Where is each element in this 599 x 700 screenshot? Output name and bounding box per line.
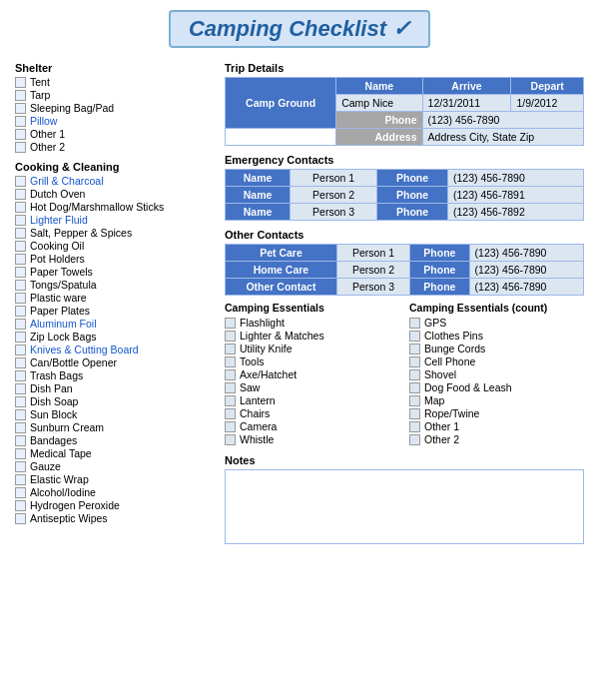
checkbox[interactable]	[409, 434, 420, 445]
checkbox[interactable]	[15, 461, 26, 472]
list-item: Plastic ware	[15, 292, 215, 304]
list-item: Dish Pan	[15, 382, 215, 394]
checkbox[interactable]	[225, 356, 236, 367]
checkbox[interactable]	[225, 331, 236, 342]
list-item: Zip Lock Bags	[15, 331, 215, 343]
table-row: Name Person 1 Phone (123) 456-7890	[226, 170, 584, 187]
item-label: Hydrogen Peroxide	[30, 499, 120, 511]
checkbox[interactable]	[15, 267, 26, 278]
checkbox[interactable]	[15, 189, 26, 200]
checkbox[interactable]	[409, 318, 420, 329]
checkbox[interactable]	[15, 202, 26, 213]
checkbox[interactable]	[409, 408, 420, 419]
cooking-title: Cooking & Cleaning	[15, 161, 215, 173]
item-label: Paper Plates	[30, 305, 90, 317]
checkbox[interactable]	[15, 448, 26, 459]
item-label: Bunge Cords	[424, 343, 485, 354]
checkbox[interactable]	[225, 382, 236, 393]
checkbox[interactable]	[15, 474, 26, 485]
contact-phone-label: Phone	[377, 170, 448, 187]
contact-name-label: Name	[226, 187, 291, 204]
checkbox[interactable]	[15, 254, 26, 265]
checkbox[interactable]	[15, 409, 26, 420]
list-item: Shovel	[409, 368, 584, 380]
page-title: Camping Checklist ✓	[189, 16, 410, 41]
list-item: Other 2	[409, 433, 584, 445]
checkbox[interactable]	[15, 241, 26, 252]
item-label: Flashlight	[240, 317, 285, 329]
checkbox[interactable]	[15, 422, 26, 433]
checkbox[interactable]	[15, 215, 26, 226]
checkbox[interactable]	[15, 280, 26, 291]
essentials-row: Camping Essentials FlashlightLighter & M…	[225, 302, 584, 446]
list-item: Aluminum Foil	[15, 318, 215, 330]
checkbox[interactable]	[409, 356, 420, 367]
contact-name-value: Person 1	[336, 245, 409, 262]
checkbox[interactable]	[225, 369, 236, 380]
list-item: Knives & Cutting Board	[15, 344, 215, 355]
checkbox[interactable]	[15, 332, 26, 343]
checkbox[interactable]	[15, 370, 26, 381]
checkbox[interactable]	[15, 142, 26, 153]
checkbox[interactable]	[409, 421, 420, 432]
item-label: Lighter & Matches	[240, 330, 324, 342]
checkbox[interactable]	[15, 383, 26, 394]
checkbox[interactable]	[225, 395, 236, 406]
list-item: Flashlight	[225, 317, 399, 329]
arrive-date: 12/31/2011	[422, 95, 511, 112]
contact-phone-label: Phone	[410, 262, 470, 279]
list-item: Dog Food & Leash	[409, 381, 584, 393]
list-item: Camera	[225, 420, 399, 432]
checkbox[interactable]	[15, 435, 26, 446]
checkbox[interactable]	[15, 116, 26, 127]
checkbox[interactable]	[15, 357, 26, 368]
camp-ground-label: Camp Ground	[226, 78, 336, 129]
list-item: Trash Bags	[15, 369, 215, 381]
item-label: Plastic ware	[30, 292, 87, 304]
checkbox[interactable]	[409, 395, 420, 406]
checkbox[interactable]	[15, 228, 26, 239]
checkbox[interactable]	[15, 306, 26, 317]
item-label: Antiseptic Wipes	[30, 512, 108, 524]
list-item: Lighter Fluid	[15, 214, 215, 226]
checkbox[interactable]	[15, 396, 26, 407]
list-item: Pot Holders	[15, 253, 215, 265]
checkbox[interactable]	[409, 331, 420, 342]
checkbox[interactable]	[225, 318, 236, 329]
notes-box[interactable]	[225, 469, 584, 544]
list-item: Paper Plates	[15, 305, 215, 317]
item-label: Other 1	[424, 420, 459, 432]
list-item: Tongs/Spatula	[15, 279, 215, 291]
list-item: Axe/Hatchet	[225, 368, 399, 380]
checkbox[interactable]	[225, 434, 236, 445]
checkbox[interactable]	[409, 369, 420, 380]
item-label: Grill & Charcoal	[30, 175, 104, 187]
checkbox[interactable]	[15, 176, 26, 187]
item-label: Cooking Oil	[30, 240, 84, 252]
checkbox[interactable]	[225, 344, 236, 354]
list-item: Lighter & Matches	[225, 330, 399, 342]
checkbox[interactable]	[15, 129, 26, 140]
contact-phone-value: (123) 456-7892	[447, 204, 583, 221]
checkbox[interactable]	[15, 345, 26, 355]
checkbox[interactable]	[15, 293, 26, 304]
checkbox[interactable]	[225, 421, 236, 432]
checkbox[interactable]	[15, 487, 26, 498]
checkbox[interactable]	[15, 319, 26, 330]
list-item: Salt, Pepper & Spices	[15, 227, 215, 239]
address-value: Address City, State Zip	[422, 129, 583, 146]
list-item: Other 1	[409, 420, 584, 432]
checkbox[interactable]	[15, 513, 26, 524]
checkbox[interactable]	[225, 408, 236, 419]
checkbox[interactable]	[15, 500, 26, 511]
checkbox[interactable]	[15, 77, 26, 88]
checkbox[interactable]	[409, 382, 420, 393]
table-row: Other Contact Person 3 Phone (123) 456-7…	[226, 279, 584, 296]
cooking-section: Cooking & Cleaning Grill & CharcoalDutch…	[15, 161, 215, 524]
checkbox[interactable]	[409, 344, 420, 354]
checkbox[interactable]	[15, 90, 26, 101]
list-item: Rope/Twine	[409, 407, 584, 419]
contact-phone-label: Phone	[410, 245, 470, 262]
list-item: Dutch Oven	[15, 188, 215, 200]
checkbox[interactable]	[15, 103, 26, 114]
